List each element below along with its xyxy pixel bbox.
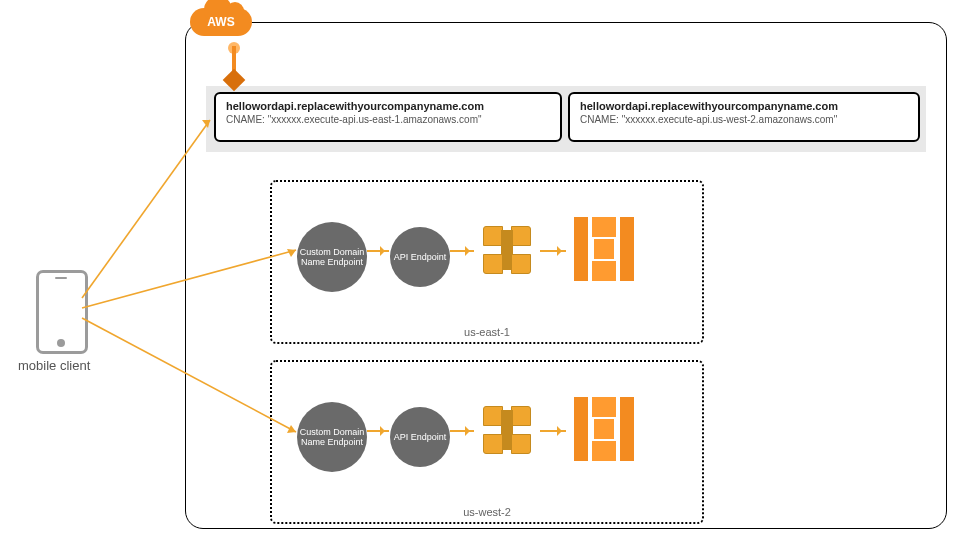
dns-record-us-west-2: hellowordapi.replacewithyourcompanyname.… <box>568 92 920 142</box>
arrow-icon <box>450 250 474 252</box>
dns-cname: CNAME: "xxxxxx.execute-api.us-west-2.ama… <box>580 114 908 125</box>
region-us-east-1: Custom Domain Name Endpoint API Endpoint… <box>270 180 704 344</box>
mobile-client-label: mobile client <box>18 358 90 373</box>
arrow-icon <box>367 430 389 432</box>
arrow-icon <box>367 250 389 252</box>
mobile-client-icon <box>36 270 88 354</box>
dns-domain: hellowordapi.replacewithyourcompanyname.… <box>226 100 550 112</box>
arrow-icon <box>540 250 566 252</box>
api-endpoint-node: API Endpoint <box>390 407 450 467</box>
arrow-icon <box>450 430 474 432</box>
api-gateway-icon <box>477 220 537 280</box>
route53-icon <box>220 46 248 90</box>
arrow-icon <box>540 430 566 432</box>
dns-record-us-east-1: hellowordapi.replacewithyourcompanyname.… <box>214 92 562 142</box>
aws-cloud-icon: AWS <box>190 8 252 36</box>
aws-label: AWS <box>190 8 252 36</box>
region-label: us-west-2 <box>272 506 702 518</box>
lambda-icon <box>572 397 636 461</box>
custom-domain-endpoint-node: Custom Domain Name Endpoint <box>297 222 367 292</box>
api-endpoint-node: API Endpoint <box>390 227 450 287</box>
region-us-west-2: Custom Domain Name Endpoint API Endpoint… <box>270 360 704 524</box>
lambda-icon <box>572 217 636 281</box>
region-label: us-east-1 <box>272 326 702 338</box>
architecture-diagram: AWS hellowordapi.replacewithyourcompanyn… <box>0 0 975 548</box>
custom-domain-endpoint-node: Custom Domain Name Endpoint <box>297 402 367 472</box>
dns-panel: hellowordapi.replacewithyourcompanyname.… <box>206 86 926 152</box>
dns-domain: hellowordapi.replacewithyourcompanyname.… <box>580 100 908 112</box>
api-gateway-icon <box>477 400 537 460</box>
dns-cname: CNAME: "xxxxxx.execute-api.us-east-1.ama… <box>226 114 550 125</box>
